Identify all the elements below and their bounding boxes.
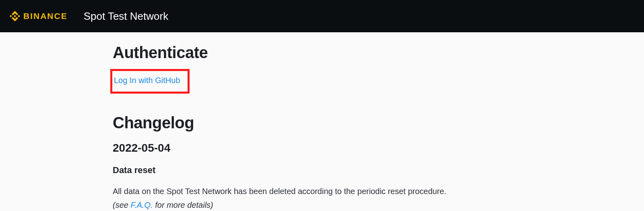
- faq-link[interactable]: F.A.Q.: [130, 201, 153, 209]
- changelog-subheading: Data reset: [113, 165, 531, 175]
- changelog-see-more: (see F.A.Q. for more details): [113, 199, 531, 211]
- main-content: Authenticate Log In with GitHub Changelo…: [113, 32, 531, 211]
- login-highlight-box: Log In with GitHub: [110, 69, 190, 94]
- changelog-heading: Changelog: [113, 114, 531, 132]
- changelog-body: All data on the Spot Test Network has be…: [113, 185, 531, 197]
- changelog-date: 2022-05-04: [113, 142, 531, 155]
- login-github-link[interactable]: Log In with GitHub: [114, 76, 180, 85]
- see-prefix: (see: [113, 201, 130, 209]
- brand-name: BINANCE: [23, 11, 68, 21]
- auth-heading: Authenticate: [113, 44, 531, 62]
- brand-logo[interactable]: BINANCE: [10, 11, 68, 21]
- app-header: BINANCE Spot Test Network: [0, 0, 644, 32]
- page-title: Spot Test Network: [84, 10, 169, 23]
- binance-icon: [10, 11, 20, 21]
- see-suffix: for more details): [153, 201, 213, 209]
